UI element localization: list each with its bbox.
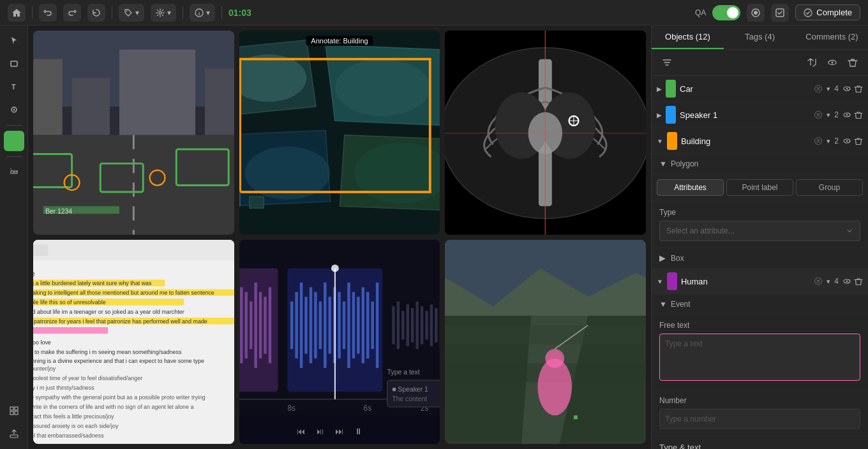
info-button[interactable]: i ▾ [190,4,215,22]
svg-rect-15 [10,411,13,415]
sequence-tool[interactable] [4,162,24,182]
grid-tool[interactable] [4,401,24,421]
human-expand-icon[interactable]: ▾ [827,277,830,286]
svg-rect-16 [15,411,18,415]
building-expand-icon[interactable]: ▾ [827,137,830,145]
canvas-cell-textdoc[interactable]: property/rule ive been feeling a little … [33,240,234,444]
attr-tab-point[interactable]: Point label [726,179,793,196]
building-vis-icon[interactable] [842,136,851,145]
medical-image: CT [445,31,646,235]
color-tool[interactable] [4,131,24,151]
human-color [667,272,677,290]
event-chevron[interactable]: ▼ [659,300,667,309]
attr-tab-group[interactable]: Group [796,179,863,196]
svg-point-149 [331,265,339,272]
delete-icon[interactable] [844,54,862,71]
event-section-header: ▼ Event [652,295,868,314]
object-row-building[interactable]: ▼ Building ▾ 2 [652,128,868,154]
text-tool[interactable]: T [4,77,24,97]
separator-3 [183,6,183,19]
field-image [445,240,646,444]
car-chevron[interactable]: ▶ [657,85,662,92]
freetext-input[interactable] [659,334,860,381]
svg-rect-129 [425,311,428,340]
canvas-cell-audio[interactable]: 12s 8s 6s 2s ■ Speaker 1 The content ⏮ ⏯… [239,240,440,444]
object-row-human[interactable]: ▼ Human ▾ 4 [652,269,868,295]
car-expand-icon[interactable]: ▾ [827,85,830,93]
building-chevron[interactable]: ▼ [657,138,663,145]
svg-text:i feel romantic too love: i feel romantic too love [33,339,51,346]
canvas-cell-medical[interactable]: CT [445,31,646,235]
svg-text:Type a text: Type a text [387,369,419,376]
redo-icon[interactable] [63,4,81,22]
filter-icon[interactable] [658,54,676,71]
box-chevron[interactable]: ▶ [659,253,666,263]
tab-tags[interactable]: Tags (4) [724,26,796,49]
reset-icon[interactable] [87,4,105,22]
svg-point-40 [335,59,430,116]
upload-tool[interactable] [4,423,24,444]
car-label: Car [680,84,810,94]
building-label: Building [681,136,810,146]
svg-rect-113 [338,292,340,358]
speaker-del-icon[interactable] [854,110,863,119]
svg-rect-121 [376,283,378,368]
car-del-icon[interactable] [854,84,863,93]
checklist-icon[interactable] [771,4,789,22]
tags-button[interactable]: ▾ [119,4,144,22]
separator-4 [221,6,222,19]
car-vis-icon[interactable] [842,84,851,93]
building-close-icon[interactable] [814,136,823,145]
svg-text:to find time to write in the c: to find time to write in the corners of … [33,404,194,410]
qa-toggle[interactable] [712,5,740,20]
speaker-vis-icon[interactable] [842,110,851,119]
speaker-close-icon[interactable] [814,110,823,119]
point-tool[interactable] [4,99,24,120]
human-action-icons [842,277,863,286]
tab-objects[interactable]: Objects (12) [652,26,724,49]
svg-text:⏯: ⏯ [316,427,324,436]
rectangle-tool[interactable] [4,54,24,74]
canvas-cell-aerial[interactable]: Annotate: Building [239,31,440,235]
canvas-area: Ber 1234 Annotate: Building [28,26,651,449]
svg-rect-8 [11,61,17,66]
home-icon[interactable] [8,4,26,22]
svg-text:■ Speaker 1: ■ Speaker 1 [392,386,428,393]
tab-comments[interactable]: Comments (2) [796,26,868,49]
number-input[interactable] [659,409,860,429]
svg-rect-12 [10,137,18,145]
canvas-cell-field[interactable] [445,240,646,444]
building-actions: ▾ 2 [814,136,863,145]
human-chevron[interactable]: ▼ [657,278,663,285]
tool-separator-1 [6,125,22,126]
svg-rect-45 [250,196,264,208]
svg-point-175 [846,114,848,116]
record-icon[interactable] [747,4,765,22]
object-row-speaker[interactable]: ▶ Speaker 1 ▾ 2 [652,102,868,128]
attr-tab-attributes[interactable]: Attributes [657,179,724,196]
car-close-icon[interactable] [814,84,823,93]
svg-rect-13 [10,407,13,410]
freetext-label: Free text [659,321,860,330]
visibility-icon[interactable] [823,54,841,71]
human-vis-icon[interactable] [842,277,851,286]
type-text-outer-section: Type & text [652,436,868,449]
complete-button[interactable]: Complete [795,4,860,20]
sort-icon[interactable] [803,54,821,71]
pointer-tool[interactable] [4,31,24,51]
speaker-expand-icon[interactable]: ▾ [827,111,830,119]
human-close-icon[interactable] [814,277,823,286]
building-del-icon[interactable] [854,136,863,145]
car-actions: ▾ 4 [814,84,863,93]
undo-icon[interactable] [39,4,57,22]
svg-point-1 [159,11,161,14]
type-attr-select[interactable]: Select an attribute... [659,221,860,241]
svg-text:6s: 6s [363,404,371,413]
svg-rect-59 [33,240,234,261]
settings-button[interactable]: ▾ [151,4,176,22]
human-del-icon[interactable] [854,277,863,286]
canvas-cell-city[interactable]: Ber 1234 [33,31,234,235]
object-row-car[interactable]: ▶ Car ▾ 4 [652,76,868,102]
speaker-chevron[interactable]: ▶ [657,112,662,119]
polygon-chevron[interactable]: ▼ [659,159,667,168]
